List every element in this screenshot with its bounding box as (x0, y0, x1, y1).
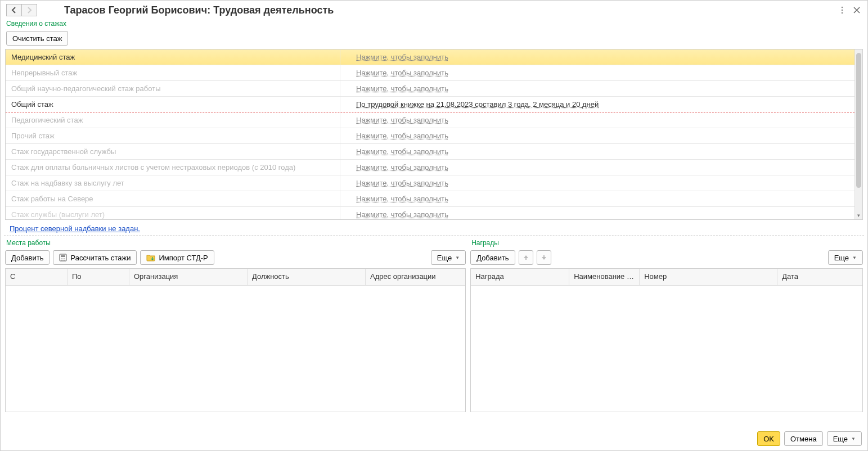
seniority-name-cell: Общий научно-педагогический стаж работы (6, 81, 340, 96)
seniority-fill-link[interactable]: Нажмите, чтобы заполнить (356, 84, 448, 93)
svg-point-5 (61, 258, 62, 259)
workplaces-more-label: Еще (437, 254, 452, 262)
add-workplace-button[interactable]: Добавить (5, 250, 50, 265)
section-label-awards: Награды (470, 238, 863, 248)
seniority-row[interactable]: Общий научно-педагогический стаж работыН… (6, 81, 854, 97)
svg-point-1 (842, 10, 843, 11)
awards-more-label: Еще (834, 254, 849, 262)
seniority-fill-link[interactable]: Нажмите, чтобы заполнить (356, 116, 448, 124)
seniority-fill-link[interactable]: Нажмите, чтобы заполнить (356, 210, 448, 219)
seniority-value-cell: Нажмите, чтобы заполнить (340, 53, 854, 61)
svg-point-2 (842, 12, 843, 14)
seniority-fill-link[interactable]: Нажмите, чтобы заполнить (356, 179, 448, 187)
clear-seniority-button[interactable]: Очистить стаж (6, 31, 68, 46)
seniority-row[interactable]: Непрерывный стажНажмите, чтобы заполнить (6, 65, 854, 81)
awards-more-button[interactable]: Еще ▼ (828, 250, 863, 265)
page-title: Тарасов Георгий Борисович: Трудовая деят… (64, 4, 334, 16)
workplaces-grid-body[interactable] (6, 286, 465, 412)
import-stdr-label: Импорт СТД-Р (159, 254, 208, 262)
seniority-scrollbar[interactable]: ▾ (854, 49, 862, 219)
footer-more-label: Еще (833, 435, 848, 443)
workplaces-more-button[interactable]: Еще ▼ (431, 250, 466, 265)
seniority-row[interactable]: Стаж службы (выслуги лет)Нажмите, чтобы … (6, 207, 854, 219)
seniority-row[interactable]: Стаж на надбавку за выслугу летНажмите, … (6, 175, 854, 191)
more-menu-icon[interactable] (837, 5, 847, 15)
seniority-name-cell: Стаж работы на Севере (6, 191, 340, 206)
import-stdr-button[interactable]: Импорт СТД-Р (140, 250, 214, 265)
seniority-value-cell: Нажмите, чтобы заполнить (340, 69, 854, 77)
seniority-row[interactable]: Педагогический стажНажмите, чтобы заполн… (6, 112, 854, 128)
calc-seniority-label: Рассчитать стажи (70, 254, 131, 262)
seniority-row[interactable]: Стаж работы на СевереНажмите, чтобы запо… (6, 191, 854, 207)
svg-point-10 (65, 260, 66, 261)
seniority-name-cell: Непрерывный стаж (6, 65, 340, 80)
caret-down-icon: ▼ (851, 436, 856, 441)
wp-col-address[interactable]: Адрес организации (366, 269, 465, 285)
aw-col-doc-name[interactable]: Наименование д... (569, 269, 640, 285)
north-bonus-link[interactable]: Процент северной надбавки не задан. (10, 224, 140, 233)
move-up-button[interactable] (519, 250, 533, 265)
scrollbar-arrow-down-icon[interactable]: ▾ (855, 213, 862, 218)
arrow-left-icon (11, 7, 17, 13)
wp-col-org[interactable]: Организация (129, 269, 248, 285)
wp-col-position[interactable]: Должность (248, 269, 366, 285)
close-icon[interactable] (852, 5, 862, 15)
cancel-button[interactable]: Отмена (784, 431, 823, 446)
seniority-table: Медицинский стажНажмите, чтобы заполнить… (5, 49, 863, 220)
seniority-value-cell: Нажмите, чтобы заполнить (340, 116, 854, 124)
seniority-name-cell: Стаж для оплаты больничных листов с учет… (6, 160, 340, 175)
aw-col-award[interactable]: Награда (471, 269, 569, 285)
section-label-workplaces: Места работы (5, 238, 466, 248)
move-down-button[interactable] (537, 250, 551, 265)
awards-grid-body[interactable] (471, 286, 862, 412)
seniority-fill-link[interactable]: Нажмите, чтобы заполнить (356, 163, 448, 172)
seniority-fill-link[interactable]: Нажмите, чтобы заполнить (356, 69, 448, 77)
seniority-value-cell: Нажмите, чтобы заполнить (340, 210, 854, 219)
calc-seniority-button[interactable]: Рассчитать стажи (53, 250, 137, 265)
calculator-icon (59, 254, 67, 261)
svg-point-8 (61, 260, 62, 261)
svg-rect-4 (61, 255, 65, 257)
seniority-name-cell: Стаж на надбавку за выслугу лет (6, 175, 340, 191)
wp-col-to[interactable]: По (68, 269, 129, 285)
caret-down-icon: ▼ (852, 255, 857, 260)
seniority-name-cell: Стаж государственной службы (6, 144, 340, 159)
seniority-value-cell: Нажмите, чтобы заполнить (340, 132, 854, 140)
wp-col-from[interactable]: С (6, 269, 68, 285)
caret-down-icon: ▼ (455, 255, 460, 260)
nav-forward-button[interactable] (21, 4, 37, 16)
svg-point-9 (63, 260, 64, 261)
seniority-row[interactable]: Стаж для оплаты больничных листов с учет… (6, 160, 854, 175)
svg-point-6 (63, 258, 64, 259)
seniority-fill-link[interactable]: Нажмите, чтобы заполнить (356, 195, 448, 203)
arrow-up-icon (523, 254, 529, 261)
arrow-right-icon (26, 7, 33, 13)
seniority-fill-link[interactable]: Нажмите, чтобы заполнить (356, 147, 448, 156)
seniority-value-cell: По трудовой книжке на 21.08.2023 состави… (340, 100, 854, 109)
add-award-button[interactable]: Добавить (470, 250, 515, 265)
seniority-value-cell: Нажмите, чтобы заполнить (340, 179, 854, 187)
folder-import-icon (146, 253, 155, 262)
aw-col-number[interactable]: Номер (640, 269, 777, 285)
seniority-row[interactable]: Прочий стажНажмите, чтобы заполнить (6, 128, 854, 144)
nav-back-button[interactable] (6, 4, 22, 16)
workplaces-grid: С По Организация Должность Адрес организ… (5, 268, 466, 412)
seniority-row[interactable]: Общий стажПо трудовой книжке на 21.08.20… (6, 97, 854, 112)
seniority-value-cell: Нажмите, чтобы заполнить (340, 195, 854, 203)
section-label-seniority: Сведения о стажах (1, 19, 867, 29)
seniority-value-cell: Нажмите, чтобы заполнить (340, 147, 854, 156)
arrow-down-icon (541, 254, 547, 261)
seniority-row[interactable]: Стаж государственной службыНажмите, чтоб… (6, 144, 854, 160)
footer-more-button[interactable]: Еще ▼ (827, 431, 862, 446)
awards-grid: Награда Наименование д... Номер Дата (470, 268, 863, 412)
ok-button[interactable]: OK (757, 431, 780, 446)
scrollbar-thumb[interactable] (856, 53, 861, 188)
seniority-fill-link[interactable]: Нажмите, чтобы заполнить (356, 132, 448, 140)
aw-col-date[interactable]: Дата (777, 269, 862, 285)
seniority-value-cell: Нажмите, чтобы заполнить (340, 84, 854, 93)
seniority-row[interactable]: Медицинский стажНажмите, чтобы заполнить (6, 49, 854, 65)
seniority-fill-link[interactable]: Нажмите, чтобы заполнить (356, 53, 448, 61)
svg-point-0 (842, 7, 843, 8)
seniority-name-cell: Стаж службы (выслуги лет) (6, 207, 340, 219)
seniority-value-link[interactable]: По трудовой книжке на 21.08.2023 состави… (356, 100, 599, 109)
